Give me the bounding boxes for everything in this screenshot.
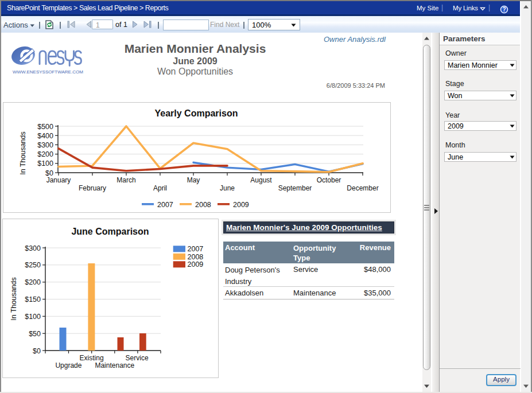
svg-text:$250: $250 xyxy=(25,261,41,269)
svg-text:May: May xyxy=(187,176,200,184)
svg-text:February: February xyxy=(79,184,106,192)
svg-text:?: ? xyxy=(502,6,506,13)
svg-text:June: June xyxy=(220,184,235,192)
svg-text:$500: $500 xyxy=(37,123,53,131)
svg-text:$200: $200 xyxy=(37,150,53,158)
svg-text:2009: 2009 xyxy=(233,201,249,209)
svg-text:$400: $400 xyxy=(37,132,53,140)
svg-text:Existing: Existing xyxy=(80,354,104,362)
svg-text:$300: $300 xyxy=(37,141,53,149)
svg-text:$100: $100 xyxy=(37,159,53,168)
svg-text:September: September xyxy=(278,184,312,192)
svg-text:December: December xyxy=(347,184,378,192)
svg-text:2008: 2008 xyxy=(195,201,211,209)
svg-text:June Comparison: June Comparison xyxy=(71,227,149,236)
svg-text:August: August xyxy=(250,176,272,184)
svg-text:$200: $200 xyxy=(25,278,41,286)
svg-text:$150: $150 xyxy=(25,295,41,303)
svg-text:Upgrade: Upgrade xyxy=(55,361,81,369)
svg-text:2007: 2007 xyxy=(157,201,173,209)
svg-text:In Thousands: In Thousands xyxy=(19,131,27,175)
svg-text:October: October xyxy=(317,176,341,184)
svg-text:2009: 2009 xyxy=(188,260,204,269)
svg-text:In Thousands: In Thousands xyxy=(10,277,18,321)
svg-text:March: March xyxy=(117,176,135,184)
svg-text:January: January xyxy=(46,176,71,184)
svg-text:$100: $100 xyxy=(25,313,41,321)
svg-text:April: April xyxy=(153,184,167,192)
svg-text:Maintenance: Maintenance xyxy=(95,361,134,369)
svg-text:Yearly Comparison: Yearly Comparison xyxy=(155,108,238,118)
svg-text:2007: 2007 xyxy=(188,245,204,253)
svg-text:$300: $300 xyxy=(25,244,41,252)
svg-text:2008: 2008 xyxy=(188,253,204,261)
svg-text:WWW.ENESYSSOFTWARE.COM: WWW.ENESYSSOFTWARE.COM xyxy=(13,69,83,75)
svg-text:$50: $50 xyxy=(29,330,41,338)
svg-text:$0: $0 xyxy=(33,347,41,355)
svg-text:Service: Service xyxy=(126,354,149,362)
